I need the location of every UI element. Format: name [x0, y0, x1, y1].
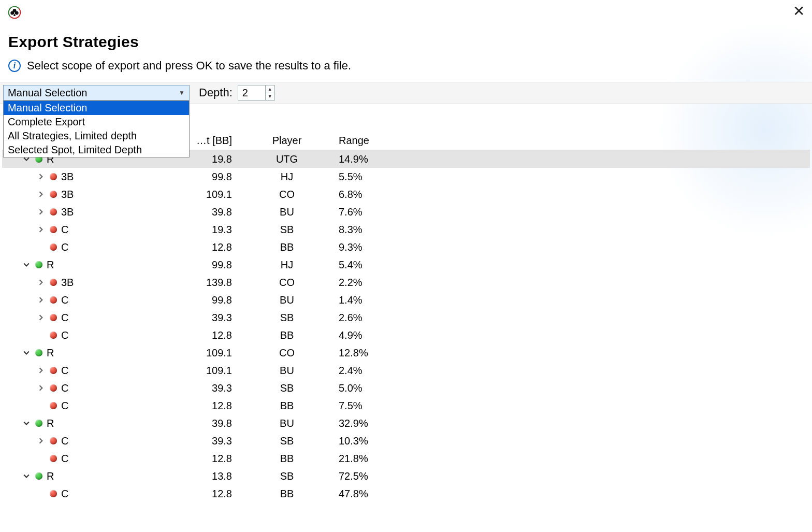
table-row[interactable]: 3B139.8CO2.2%: [2, 274, 810, 291]
table-row[interactable]: C12.8BB7.5%: [2, 397, 810, 414]
cell-player: SB: [240, 470, 334, 482]
table-row[interactable]: C12.8BB9.3%: [2, 238, 810, 256]
table-row[interactable]: 3B39.8BU7.6%: [2, 203, 810, 221]
col-header-range[interactable]: Range: [334, 135, 447, 147]
expander-closed-icon[interactable]: [36, 314, 46, 321]
cell-amount: 39.3: [163, 435, 240, 447]
cell-range: 1.4%: [334, 294, 447, 306]
cell-range: 2.2%: [334, 277, 447, 289]
cell-amount: 39.8: [163, 418, 240, 429]
action-label: R: [47, 259, 54, 271]
depth-input[interactable]: 2 ▲ ▼: [238, 85, 275, 100]
action-label: R: [47, 470, 54, 482]
status-dot-red-icon: [50, 208, 57, 215]
table-row[interactable]: R109.1CO12.8%: [2, 344, 810, 362]
cell-range: 7.6%: [334, 206, 447, 218]
cell-amount: 99.8: [163, 171, 240, 183]
svg-point-4: [15, 11, 19, 15]
expander-closed-icon[interactable]: [36, 367, 46, 373]
expander-open-icon[interactable]: [22, 420, 31, 426]
cell-range: 72.5%: [334, 470, 447, 482]
depth-label: Depth:: [199, 86, 233, 99]
table-row[interactable]: C12.8BB47.8%: [2, 485, 810, 502]
table-row[interactable]: C19.3SB8.3%: [2, 221, 810, 238]
cell-player: SB: [240, 312, 334, 324]
cell-player: HJ: [240, 171, 334, 183]
expander-open-icon[interactable]: [22, 262, 31, 268]
status-dot-red-icon: [50, 490, 57, 497]
expander-closed-icon[interactable]: [36, 226, 46, 233]
cell-range: 32.9%: [334, 418, 447, 429]
cell-range: 5.5%: [334, 171, 447, 183]
expander-open-icon[interactable]: [22, 473, 31, 479]
cell-range: 10.3%: [334, 435, 447, 447]
status-dot-red-icon: [50, 191, 57, 198]
table-row[interactable]: R39.8BU32.9%: [2, 414, 810, 432]
table-row[interactable]: 3B99.8HJ5.5%: [2, 168, 810, 185]
scope-select[interactable]: Manual Selection ▼ Manual SelectionCompl…: [3, 85, 190, 100]
action-label: C: [61, 312, 68, 324]
cell-range: 4.9%: [334, 329, 447, 341]
status-dot-red-icon: [50, 384, 57, 392]
scope-option[interactable]: All Strategies, Limited depth: [4, 129, 189, 143]
table-row[interactable]: C109.1BU2.4%: [2, 362, 810, 379]
app-icon: [7, 5, 22, 20]
spinner-down-icon[interactable]: ▼: [266, 93, 274, 100]
cell-player: SB: [240, 435, 334, 447]
expander-closed-icon[interactable]: [36, 385, 46, 391]
expander-closed-icon[interactable]: [36, 209, 46, 215]
table-row[interactable]: C39.3SB2.6%: [2, 309, 810, 326]
action-label: 3B: [61, 171, 74, 183]
cell-player: BB: [240, 241, 334, 253]
cell-amount: 39.8: [163, 206, 240, 218]
expander-closed-icon[interactable]: [36, 279, 46, 285]
toolbar: Manual Selection ▼ Manual SelectionCompl…: [0, 82, 812, 104]
depth-value: 2: [238, 87, 265, 99]
expander-closed-icon[interactable]: [36, 191, 46, 197]
cell-player: BU: [240, 365, 334, 377]
svg-point-3: [10, 11, 14, 15]
table-row[interactable]: R13.8SB72.5%: [2, 467, 810, 485]
status-dot-green-icon: [35, 472, 42, 480]
cell-range: 5.0%: [334, 382, 447, 394]
status-dot-green-icon: [35, 420, 42, 427]
status-dot-red-icon: [50, 314, 57, 321]
action-label: C: [61, 224, 68, 236]
cell-range: 8.3%: [334, 224, 447, 236]
scope-select-dropdown: Manual SelectionComplete ExportAll Strat…: [3, 100, 190, 157]
table-row[interactable]: C99.8BU1.4%: [2, 291, 810, 309]
expander-closed-icon[interactable]: [36, 174, 46, 180]
action-label: R: [47, 347, 54, 359]
table-row[interactable]: C12.8BB21.8%: [2, 450, 810, 467]
cell-amount: 13.8: [163, 470, 240, 482]
close-button[interactable]: ✕: [793, 4, 805, 19]
cell-range: 21.8%: [334, 453, 447, 465]
action-label: C: [61, 294, 68, 306]
action-label: C: [61, 453, 68, 465]
scope-option[interactable]: Selected Spot, Limited Depth: [4, 143, 189, 157]
cell-range: 5.4%: [334, 259, 447, 271]
depth-spinner[interactable]: ▲ ▼: [265, 85, 274, 100]
table-row[interactable]: C12.8BB4.9%: [2, 326, 810, 344]
table-row[interactable]: R99.8HJ5.4%: [2, 256, 810, 274]
scope-option[interactable]: Manual Selection: [4, 101, 189, 115]
action-label: C: [61, 365, 68, 377]
table-row[interactable]: C39.3SB5.0%: [2, 379, 810, 397]
scope-option[interactable]: Complete Export: [4, 115, 189, 129]
status-dot-green-icon: [35, 349, 42, 356]
expander-open-icon[interactable]: [22, 350, 31, 356]
table-row[interactable]: C39.3SB10.3%: [2, 432, 810, 450]
cell-amount: 39.3: [163, 382, 240, 394]
cell-amount: 99.8: [163, 259, 240, 271]
col-header-player[interactable]: Player: [240, 135, 334, 147]
expander-closed-icon[interactable]: [36, 438, 46, 444]
cell-amount: 99.8: [163, 294, 240, 306]
cell-player: HJ: [240, 259, 334, 271]
expander-closed-icon[interactable]: [36, 297, 46, 303]
action-label: 3B: [61, 189, 74, 200]
spinner-up-icon[interactable]: ▲: [266, 85, 274, 93]
status-dot-red-icon: [50, 226, 57, 233]
cell-player: SB: [240, 382, 334, 394]
status-dot-red-icon: [50, 173, 57, 180]
table-row[interactable]: 3B109.1CO6.8%: [2, 185, 810, 203]
